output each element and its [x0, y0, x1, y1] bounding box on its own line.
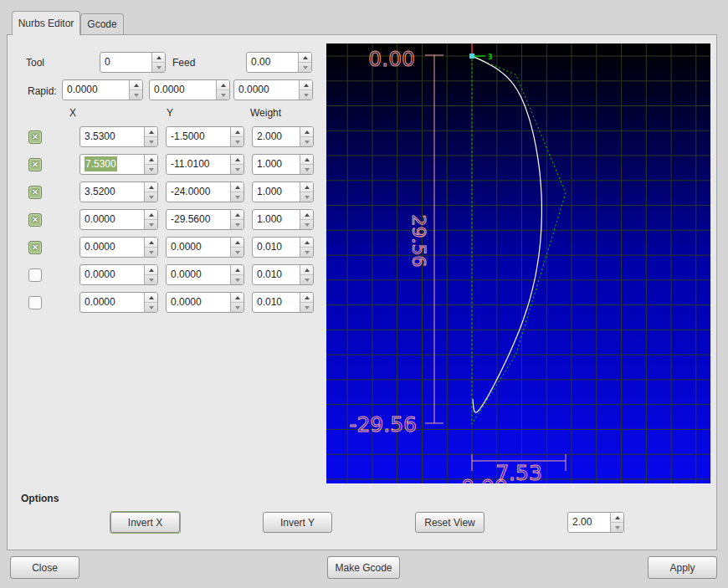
row-1-x-stepper[interactable] — [144, 127, 157, 146]
row-7-enabled-checkbox[interactable] — [28, 296, 42, 309]
tool-spinbox[interactable]: 0 — [100, 52, 166, 73]
step-down-icon[interactable] — [299, 63, 311, 72]
row-2-x-spinbox[interactable]: 7.5300 — [79, 154, 158, 175]
step-up-icon[interactable] — [611, 513, 623, 523]
row-5-x-spinbox[interactable]: 0.0000 — [79, 237, 158, 258]
row-2-weight-stepper[interactable] — [300, 155, 313, 174]
step-down-icon[interactable] — [231, 137, 244, 146]
row-7-y-spinbox[interactable]: 0.0000 — [166, 292, 244, 313]
step-down-icon[interactable] — [300, 275, 313, 284]
step-down-icon[interactable] — [231, 275, 244, 284]
row-1-weight-spinbox[interactable]: 2.000 — [252, 126, 314, 147]
tool-stepper[interactable] — [151, 53, 165, 72]
nurbs-plot-canvas[interactable]: 0.00 29.56 -29.56 7.53 0.00 3 — [326, 43, 710, 483]
step-up-icon[interactable] — [145, 293, 157, 303]
step-up-icon[interactable] — [300, 293, 313, 303]
rapid-z-spinbox[interactable]: 0.0000 — [233, 79, 313, 100]
invert-x-button[interactable]: Invert X — [110, 512, 180, 533]
row-2-y-stepper[interactable] — [230, 155, 244, 174]
step-down-icon[interactable] — [231, 192, 244, 202]
tab-nurbs-editor[interactable]: Nurbs Editor — [12, 11, 80, 35]
row-5-weight-stepper[interactable] — [300, 238, 313, 257]
rapid-x-spinbox[interactable]: 0.0000 — [62, 79, 143, 100]
step-down-icon[interactable] — [145, 192, 157, 202]
row-3-x-spinbox[interactable]: 3.5200 — [79, 182, 158, 202]
row-4-x-stepper[interactable] — [144, 210, 157, 229]
step-down-icon[interactable] — [300, 248, 313, 257]
row-3-x-stepper[interactable] — [144, 182, 157, 202]
step-up-icon[interactable] — [231, 155, 244, 165]
row-3-weight-spinbox[interactable]: 1.000 — [252, 182, 314, 202]
row-1-x-spinbox[interactable]: 3.5300 — [79, 126, 158, 147]
row-6-x-spinbox[interactable]: 0.0000 — [79, 264, 158, 285]
row-1-y-spinbox[interactable]: -1.5000 — [166, 126, 244, 147]
row-7-y-stepper[interactable] — [230, 293, 244, 312]
step-down-icon[interactable] — [145, 303, 157, 312]
row-7-weight-spinbox[interactable]: 0.010 — [252, 292, 314, 313]
step-down-icon[interactable] — [300, 303, 313, 312]
step-down-icon[interactable] — [300, 90, 312, 100]
step-up-icon[interactable] — [145, 265, 157, 275]
step-down-icon[interactable] — [611, 523, 623, 532]
step-up-icon[interactable] — [231, 293, 244, 303]
step-up-icon[interactable] — [300, 265, 313, 275]
row-1-y-stepper[interactable] — [230, 127, 244, 146]
row-2-enabled-checkbox[interactable] — [28, 158, 42, 171]
step-up-icon[interactable] — [300, 210, 313, 220]
step-up-icon[interactable] — [231, 127, 244, 137]
row-4-x-spinbox[interactable]: 0.0000 — [79, 209, 158, 230]
step-up-icon[interactable] — [145, 182, 157, 192]
step-up-icon[interactable] — [300, 155, 313, 165]
step-up-icon[interactable] — [130, 80, 142, 90]
row-3-weight-stepper[interactable] — [300, 182, 313, 202]
row-2-weight-spinbox[interactable]: 1.000 — [252, 154, 314, 175]
rapid-y-stepper[interactable] — [216, 80, 229, 100]
step-up-icon[interactable] — [231, 238, 244, 248]
row-6-weight-spinbox[interactable]: 0.010 — [252, 264, 314, 285]
step-down-icon[interactable] — [130, 90, 142, 100]
step-down-icon[interactable] — [300, 220, 313, 229]
step-down-icon[interactable] — [231, 248, 244, 257]
step-up-icon[interactable] — [300, 182, 313, 192]
row-2-y-spinbox[interactable]: -11.0100 — [166, 154, 244, 175]
step-down-icon[interactable] — [217, 90, 229, 100]
row-5-enabled-checkbox[interactable] — [28, 241, 42, 254]
row-4-weight-stepper[interactable] — [300, 210, 313, 229]
grid-size-stepper[interactable] — [610, 513, 623, 532]
step-up-icon[interactable] — [231, 182, 244, 192]
rapid-y-spinbox[interactable]: 0.0000 — [149, 79, 230, 100]
step-up-icon[interactable] — [152, 53, 165, 63]
row-3-y-spinbox[interactable]: -24.0000 — [166, 182, 244, 202]
row-7-weight-stepper[interactable] — [300, 293, 313, 312]
reset-view-button[interactable]: Reset View — [415, 512, 484, 533]
row-4-y-spinbox[interactable]: -29.5600 — [166, 209, 244, 230]
step-down-icon[interactable] — [300, 192, 313, 202]
step-down-icon[interactable] — [145, 165, 157, 174]
step-down-icon[interactable] — [300, 137, 313, 146]
row-1-enabled-checkbox[interactable] — [28, 130, 42, 144]
row-3-enabled-checkbox[interactable] — [28, 186, 42, 199]
apply-button[interactable]: Apply — [648, 556, 717, 579]
step-up-icon[interactable] — [300, 238, 313, 248]
step-up-icon[interactable] — [299, 53, 311, 63]
row-5-x-stepper[interactable] — [144, 238, 157, 257]
make-gcode-button[interactable]: Make Gcode — [327, 556, 400, 579]
step-up-icon[interactable] — [300, 80, 312, 90]
step-up-icon[interactable] — [145, 127, 157, 137]
feed-spinbox[interactable]: 0.00 — [246, 52, 312, 73]
invert-y-button[interactable]: Invert Y — [263, 512, 332, 533]
step-down-icon[interactable] — [231, 165, 244, 174]
row-7-x-spinbox[interactable]: 0.0000 — [79, 292, 158, 313]
row-6-x-stepper[interactable] — [144, 265, 157, 284]
step-down-icon[interactable] — [145, 137, 157, 146]
row-4-y-stepper[interactable] — [230, 210, 244, 229]
step-down-icon[interactable] — [145, 275, 157, 284]
step-up-icon[interactable] — [145, 155, 157, 165]
row-6-y-spinbox[interactable]: 0.0000 — [166, 264, 244, 285]
step-up-icon[interactable] — [231, 265, 244, 275]
row-1-weight-stepper[interactable] — [300, 127, 313, 146]
step-down-icon[interactable] — [300, 165, 313, 174]
row-6-weight-stepper[interactable] — [300, 265, 313, 284]
step-up-icon[interactable] — [231, 210, 244, 220]
row-5-y-spinbox[interactable]: 0.0000 — [166, 237, 244, 258]
